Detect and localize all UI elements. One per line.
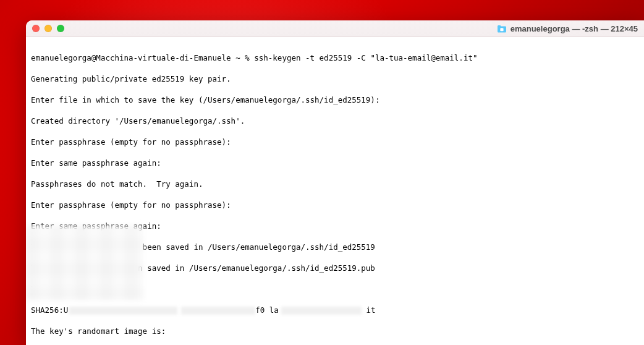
window-title-text: emanuelegorga — -zsh — 212×45 <box>511 24 638 33</box>
redacted-region <box>69 307 177 315</box>
output-line: Generating public/private ed25519 key pa… <box>31 74 639 84</box>
window-title: emanuelegorga — -zsh — 212×45 <box>497 24 638 33</box>
window-controls <box>32 25 64 32</box>
output-line: Enter passphrase (empty for no passphras… <box>31 200 639 210</box>
redacted-region <box>281 307 362 315</box>
desktop-background: emanuelegorga — -zsh — 212×45 emanuelego… <box>0 0 644 345</box>
output-line: Created directory '/Users/emanuelegorga/… <box>31 116 639 126</box>
terminal-content[interactable]: emanuelegorga@Macchina-virtuale-di-Emanu… <box>26 37 644 345</box>
prompt-line: emanuelegorga@Macchina-virtuale-di-Emanu… <box>31 53 639 63</box>
fingerprint-prefix: SHA256:U <box>31 305 68 315</box>
fingerprint-mid: f0 la <box>255 305 279 315</box>
output-line: Enter passphrase (empty for no passphras… <box>31 137 639 147</box>
command-text: ssh-keygen -t ed25519 -C "la-tua-email@e… <box>254 53 477 62</box>
svg-rect-0 <box>500 28 503 31</box>
fingerprint-suffix: it <box>362 305 376 315</box>
output-line: Enter file in which to save the key (/Us… <box>31 95 639 105</box>
folder-icon <box>497 25 507 33</box>
output-line: The key's randomart image is: <box>31 326 639 336</box>
minimize-button[interactable] <box>44 25 52 32</box>
output-line: Enter same passphrase again: <box>31 158 639 168</box>
terminal-window: emanuelegorga — -zsh — 212×45 emanuelego… <box>26 20 644 345</box>
zoom-button[interactable] <box>57 25 64 32</box>
close-button[interactable] <box>32 25 40 32</box>
window-titlebar[interactable]: emanuelegorga — -zsh — 212×45 <box>26 20 644 37</box>
prompt-user: emanuelegorga@Macchina-virtuale-di-Emanu… <box>31 53 254 62</box>
fingerprint-line: SHA256:Uf0 la it <box>31 305 639 315</box>
output-line: Passphrases do not match. Try again. <box>31 179 639 189</box>
svg-rect-1 <box>501 28 502 28</box>
redacted-region <box>181 307 255 315</box>
redacted-randomart-block <box>26 226 143 300</box>
